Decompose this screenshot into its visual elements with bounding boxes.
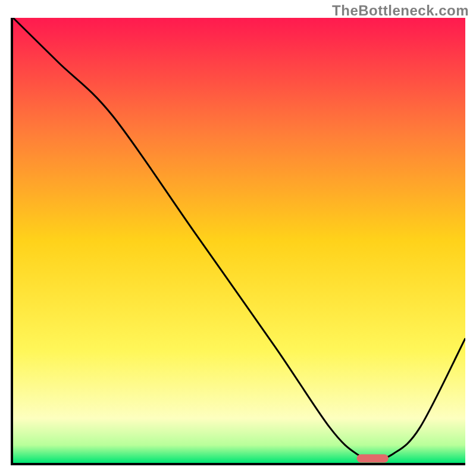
optimal-range-marker: [357, 455, 389, 463]
chart-background: [13, 18, 465, 463]
chart-canvas: TheBottleneck.com: [0, 0, 476, 476]
plot-svg: [13, 18, 465, 463]
watermark-text: TheBottleneck.com: [332, 2, 469, 19]
plot-frame: [11, 18, 465, 465]
